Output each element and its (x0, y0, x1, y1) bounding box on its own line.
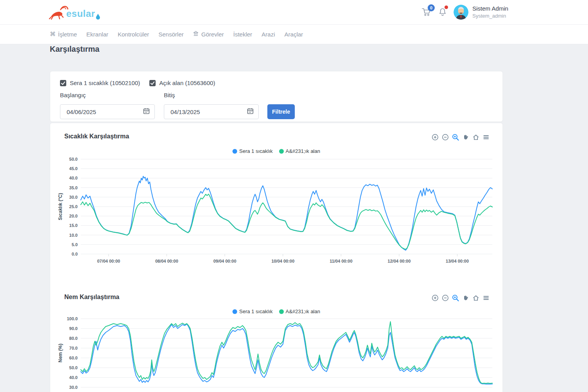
legend-dot-green (279, 309, 284, 314)
bank-icon (193, 31, 199, 38)
app-logo[interactable]: esular (48, 4, 100, 21)
legend-dot-green (279, 149, 284, 154)
svg-text:09/04 00:00: 09/04 00:00 (213, 259, 236, 263)
svg-text:40.0: 40.0 (69, 176, 78, 180)
zoom-in-icon[interactable] (432, 134, 439, 141)
app-header: esular 0 Sistem Admin System_admin (0, 0, 588, 25)
nav-item-sensorler[interactable]: Sensörler (158, 31, 183, 38)
svg-text:30.0: 30.0 (69, 385, 78, 390)
svg-text:50.0: 50.0 (69, 365, 78, 370)
goat-logo-icon (48, 4, 69, 21)
cart-button[interactable]: 0 (421, 7, 433, 19)
chart-card: Sıcaklık Karşılaştırma Sera 1 sıcaklık A… (50, 123, 503, 392)
command-icon: ⌘ (50, 31, 56, 38)
sensor-checkbox-row: Sera 1 sıcaklık (10502100) Açık alan (10… (60, 80, 215, 86)
temperature-chart-legend: Sera 1 sıcaklık A&#231;ık alan (50, 148, 503, 154)
nav-item-isletme[interactable]: ⌘ İşletme (50, 31, 77, 38)
legend-dot-blue (232, 309, 237, 314)
svg-text:90.0: 90.0 (69, 326, 78, 331)
legend-dot-blue (232, 149, 237, 154)
svg-text:70.0: 70.0 (69, 346, 78, 350)
svg-text:08/04 00:00: 08/04 00:00 (155, 259, 178, 263)
notifications-button[interactable] (438, 7, 450, 19)
svg-text:45.0: 45.0 (69, 166, 78, 171)
svg-text:80.0: 80.0 (69, 336, 78, 341)
svg-text:07/04 00:00: 07/04 00:00 (97, 259, 120, 263)
svg-text:0.0: 0.0 (72, 252, 78, 256)
svg-text:10.0: 10.0 (69, 233, 78, 238)
checkbox-acik-alan[interactable]: Açık alan (10563600) (149, 80, 215, 86)
svg-text:35.0: 35.0 (69, 185, 78, 190)
avatar[interactable] (454, 5, 468, 20)
selection-zoom-icon[interactable] (452, 294, 459, 301)
svg-text:20.0: 20.0 (69, 214, 78, 218)
main-nav: ⌘ İşletme Ekranlar Kontrolcüler Sensörle… (0, 24, 588, 44)
humidity-chart-legend: Sera 1 sıcaklık A&#231;ık alan (50, 309, 503, 314)
cart-badge: 0 (428, 4, 435, 11)
checkbox-checked-icon (60, 80, 66, 86)
nav-item-ekranlar[interactable]: Ekranlar (86, 31, 108, 38)
humidity-chart-title: Nem Karşılaştırma (64, 294, 120, 301)
nav-item-arazi[interactable]: Arazi (261, 31, 275, 38)
legend-item-acik-alan[interactable]: A&#231;ık alan (279, 309, 320, 314)
svg-text:Sıcaklık (°C): Sıcaklık (°C) (58, 193, 63, 220)
nav-item-araclar[interactable]: Araçlar (285, 31, 303, 38)
pan-hand-icon[interactable] (462, 294, 469, 301)
nav-item-gorevler[interactable]: Görevler (193, 31, 224, 38)
svg-text:40.0: 40.0 (69, 375, 78, 380)
svg-text:13/04 00:00: 13/04 00:00 (446, 259, 469, 263)
calendar-icon[interactable] (247, 108, 254, 116)
home-icon[interactable] (472, 294, 479, 301)
temperature-chart-title: Sıcaklık Karşılaştırma (64, 133, 129, 140)
calendar-icon[interactable] (143, 108, 150, 116)
water-drop-icon (96, 13, 100, 21)
checkbox-sera1-sicaklik[interactable]: Sera 1 sıcaklık (10502100) (60, 80, 140, 86)
legend-item-sera1[interactable]: Sera 1 sıcaklık (232, 148, 272, 154)
nav-item-istekler[interactable]: İstekler (233, 31, 252, 38)
zoom-out-icon[interactable] (442, 294, 449, 301)
svg-text:10/04 00:00: 10/04 00:00 (271, 259, 294, 263)
nav-item-kontrolculer[interactable]: Kontrolcüler (118, 31, 149, 38)
pan-hand-icon[interactable] (462, 134, 469, 141)
zoom-in-icon[interactable] (432, 294, 439, 301)
temperature-chart-plot[interactable]: 0.05.010.015.020.025.030.035.040.045.050… (53, 155, 494, 269)
home-icon[interactable] (472, 134, 479, 141)
filter-button[interactable]: Filtrele (267, 104, 295, 119)
page-title: Karşılaştırma (50, 45, 100, 54)
checkbox-checked-icon (149, 80, 156, 86)
svg-text:12/04 00:00: 12/04 00:00 (388, 259, 411, 263)
start-date-input[interactable]: 04/06/2025 (60, 104, 155, 119)
svg-text:11/04 00:00: 11/04 00:00 (330, 259, 352, 263)
menu-icon[interactable] (483, 294, 490, 301)
filter-card: Sera 1 sıcaklık (10502100) Açık alan (10… (50, 71, 503, 122)
notification-dot (445, 5, 448, 9)
user-name: Sistem Admin (472, 5, 508, 12)
end-date-input[interactable]: 04/13/2025 (164, 104, 259, 119)
humidity-chart-plot[interactable]: 30.040.050.060.070.080.090.0100.0Nem (%) (53, 314, 494, 392)
svg-text:Nem (%): Nem (%) (58, 343, 63, 362)
svg-text:25.0: 25.0 (69, 204, 78, 209)
humidity-chart-toolbar (432, 294, 490, 301)
zoom-out-icon[interactable] (442, 134, 449, 141)
svg-text:50.0: 50.0 (69, 157, 78, 162)
legend-item-acik-alan[interactable]: A&#231;ık alan (279, 148, 320, 154)
svg-text:100.0: 100.0 (67, 316, 78, 321)
legend-item-sera1[interactable]: Sera 1 sıcaklık (232, 309, 272, 314)
logo-text: esular (66, 6, 95, 21)
svg-text:5.0: 5.0 (72, 242, 78, 247)
menu-icon[interactable] (483, 134, 490, 141)
start-date-label: Başlangıç (60, 92, 86, 98)
temperature-chart-toolbar (432, 134, 490, 141)
svg-text:30.0: 30.0 (69, 195, 78, 200)
end-date-label: Bitiş (164, 92, 175, 98)
svg-text:60.0: 60.0 (69, 356, 78, 360)
selection-zoom-icon[interactable] (452, 134, 459, 141)
svg-text:15.0: 15.0 (69, 223, 78, 228)
user-handle: System_admin (472, 13, 506, 19)
